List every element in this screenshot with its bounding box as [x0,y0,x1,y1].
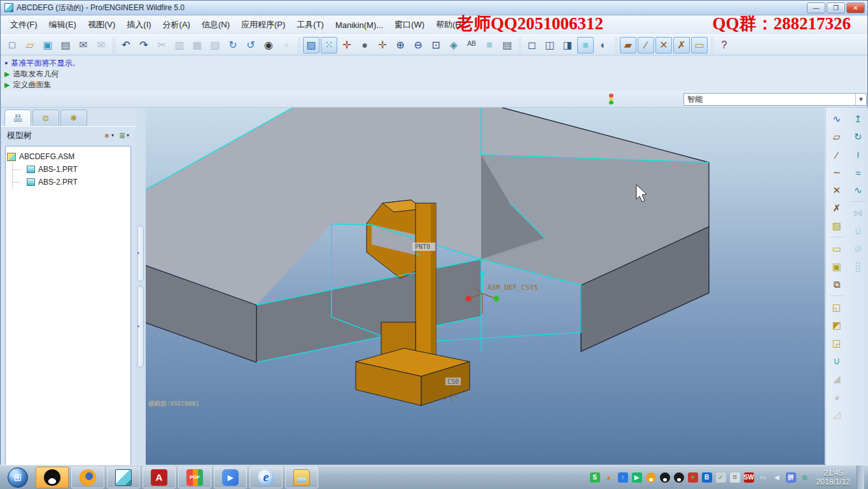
datum-planes-toggle-icon[interactable]: ▰ [620,37,636,53]
taskbar-acrobat[interactable]: A [143,467,176,488]
select-box-icon[interactable]: ▫ [278,37,295,53]
datum-display-filter-icon[interactable]: ⁙ [321,37,337,53]
tree-item-abcdefg.asm[interactable]: ABCDEFG.ASM [7,150,129,163]
send-mail-icon[interactable]: ✉ [75,37,92,53]
tree-item-abs-1.prt[interactable]: ABS-1.PRT [7,163,129,176]
wireframe-icon[interactable]: ◻ [524,37,540,53]
annotations-toggle-icon[interactable]: ▭ [691,37,708,53]
datum-points-toggle-icon[interactable]: ✕ [655,37,672,53]
annotation-feature-icon[interactable]: ▭ [829,241,845,257]
menu-8[interactable]: 工具(T) [291,17,330,33]
menu-9[interactable]: Manikin(M)... [330,18,389,32]
copy-icon[interactable]: ▥ [171,37,188,53]
tray-bluetooth-icon[interactable]: B [702,472,712,483]
taskbar-proe[interactable] [107,467,140,488]
spin-center-icon[interactable]: ✛ [339,37,355,53]
context-help-icon[interactable]: ? [716,37,732,53]
regenerate-icon[interactable]: ↻ [225,37,241,53]
restore-button[interactable]: ❐ [827,3,845,13]
shaded-view-style-icon[interactable]: ● [356,37,373,53]
cut-icon[interactable]: ✂ [153,37,170,53]
datum-plane-icon[interactable]: ▱ [829,129,845,145]
tray-shield-icon[interactable]: ▲ [604,472,614,483]
trim-tool-icon[interactable]: ⊘ [850,241,866,257]
pattern-tool-icon[interactable]: ⣿ [850,259,866,275]
annotation-camera-icon[interactable]: ▣ [829,259,845,275]
revolve-tool-icon[interactable]: ↻ [850,129,866,145]
shaded-icon[interactable]: ■ [577,37,594,53]
menu-5[interactable]: 分析(A) [157,17,196,33]
minimize-button[interactable]: — [807,3,825,13]
csys-toggle-icon[interactable]: ✗ [673,37,690,53]
menu-4[interactable]: 插入(I) [121,17,157,33]
chamfer-tool-icon[interactable]: ◢ [829,371,845,387]
tray-penguin-2-icon[interactable] [674,472,684,483]
new-file-icon[interactable]: □ [4,37,20,53]
menu-10[interactable]: 窗口(W) [389,17,430,33]
surface-tool-icon[interactable]: ∿ [850,182,866,199]
taskbar-explorer[interactable] [285,467,318,488]
repaint-icon[interactable]: ▨ [303,37,319,53]
datum-axes-toggle-icon[interactable]: ∕ [638,37,654,53]
menu-2[interactable]: 编辑(E) [43,17,82,33]
note-stack-icon[interactable]: ⧉ [829,276,845,293]
enhanced-realism-icon[interactable]: ◐ [595,37,612,53]
round-tool-icon[interactable]: ◕ [829,388,845,405]
print-icon[interactable]: ▤ [57,37,74,53]
datum-point-icon[interactable]: ✕ [829,182,845,199]
merge-tool-icon[interactable]: ∪ [850,223,866,239]
assemble-manikin-icon[interactable]: ◩ [829,317,845,334]
taskbar-clock[interactable]: 21:45 2018/1/12 [816,469,850,486]
regenerate-manager-icon[interactable]: ↺ [242,37,259,53]
redo-icon[interactable]: ↷ [136,37,152,53]
datum-curve-icon[interactable]: ∼ [829,164,845,181]
tree-settings-button[interactable]: ∗▾ [101,130,116,141]
taskbar-pdf-reader[interactable]: PDF [178,467,211,488]
tray-penguin-1-icon[interactable] [660,472,670,483]
tray-s-app-icon[interactable]: S [590,472,600,483]
menu-3[interactable]: 视图(V) [82,17,121,33]
no-hidden-icon[interactable]: ◨ [559,37,576,53]
pan-zoom-icon[interactable]: ✛ [374,37,391,53]
saved-views-icon[interactable]: ᴬᴮ [463,37,480,53]
hole-tool-icon[interactable]: ∪ [829,353,845,369]
graphics-area[interactable]: PNT0 ASM_DEF_CSYS CS0 [146,108,825,464]
save-icon[interactable]: ▣ [39,37,56,53]
tray-clipboard-icon[interactable]: ⌑ [730,472,740,483]
close-button[interactable]: ✕ [846,3,865,13]
tab-favorites[interactable]: ✱ [60,110,87,126]
menu-11[interactable]: 帮助(H) [430,17,470,33]
sweep-tool-icon[interactable]: ≀ [850,146,866,163]
regeneration-status-icon[interactable] [607,93,615,105]
taskbar-qq[interactable] [36,467,69,488]
tray-solidworks-icon[interactable]: SW [744,472,754,483]
layers-icon[interactable]: ≡ [481,37,498,53]
taskbar-ie[interactable]: e [249,467,283,488]
sketch-tool-icon[interactable]: ▨ [829,218,845,234]
assemble-component-icon[interactable]: ◱ [829,299,845,316]
tray-network-icon[interactable]: ▭ [758,472,768,483]
model-canvas[interactable]: PNT0 ASM_DEF_CSYS CS0 [146,108,825,464]
zoom-out-icon[interactable]: ⊖ [410,37,426,53]
tab-model-tree[interactable]: 品 [4,110,31,126]
menu-1[interactable]: 文件(F) [4,17,43,33]
taskbar-firefox[interactable] [71,467,104,488]
zoom-in-icon[interactable]: ⊕ [392,37,409,53]
draft-tool-icon[interactable]: ◿ [829,406,845,423]
taskbar-docer[interactable]: ▶ [214,467,247,488]
create-component-icon[interactable]: ◲ [829,335,845,351]
menu-7[interactable]: 应用程序(P) [235,17,291,33]
tray-ime-icon[interactable]: 拼 [786,472,796,483]
tray-usb-icon[interactable]: ✓ [716,472,726,483]
open-file-icon[interactable]: ▱ [22,37,38,53]
mail-link-icon[interactable]: ✉ [93,37,109,53]
tab-folder-browser[interactable]: ⧉ [32,110,59,126]
extrude-tool-icon[interactable]: ↥ [850,111,866,127]
selection-filter-combo[interactable]: 智能 ▼ [683,93,867,106]
tray-battery-icon[interactable]: ◍ [800,472,810,483]
tray-volume-icon[interactable]: ◀ [772,472,782,483]
find-icon[interactable]: ◉ [260,37,277,53]
tree-columns-button[interactable]: ≣▾ [116,130,132,141]
hidden-line-icon[interactable]: ◫ [542,37,558,53]
tray-player-icon[interactable]: ▶ [632,472,642,483]
